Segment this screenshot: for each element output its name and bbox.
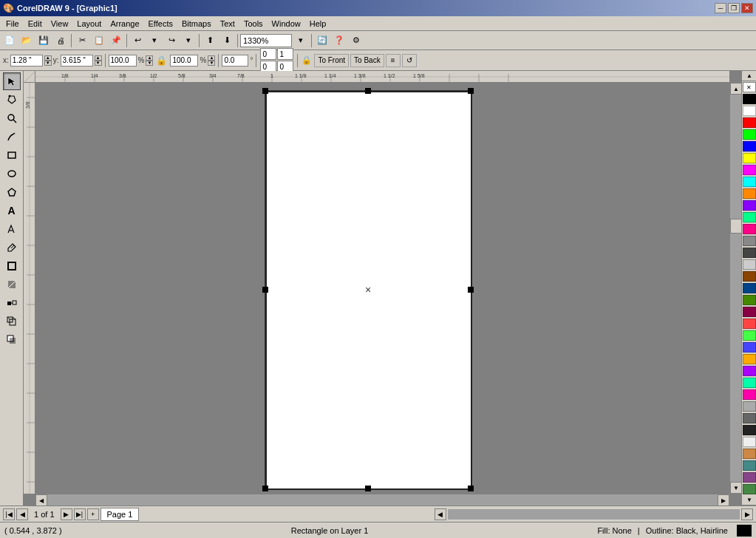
scroll-track-right-2[interactable] — [730, 234, 741, 482]
x-spin-up[interactable]: ▲ — [44, 55, 52, 61]
color-swatch-6[interactable] — [743, 165, 756, 175]
menu-effects[interactable]: Effects — [144, 18, 177, 30]
color-swatch-5[interactable] — [743, 153, 756, 163]
handle-bm[interactable] — [365, 486, 371, 491]
page-1-tab[interactable]: Page 1 — [101, 508, 140, 521]
hscroll-left[interactable]: ◀ — [435, 508, 446, 520]
restore-button[interactable]: ❐ — [728, 3, 740, 13]
refresh-button[interactable]: 🔄 — [314, 33, 330, 49]
y-input[interactable] — [61, 55, 93, 67]
shape-tool[interactable] — [3, 91, 21, 109]
color-swatch-29[interactable] — [743, 437, 756, 447]
color-swatch-20[interactable] — [743, 330, 756, 341]
x-input[interactable] — [10, 55, 43, 67]
scroll-left-button[interactable]: ◀ — [35, 494, 47, 505]
color-swatch-4[interactable] — [743, 141, 756, 151]
handle-ml[interactable] — [262, 287, 268, 293]
h-spin-up[interactable]: ▲ — [208, 55, 215, 61]
color-swatch-24[interactable] — [743, 378, 756, 388]
redo-dropdown[interactable]: ▾ — [180, 33, 197, 49]
color-swatch-32[interactable] — [743, 472, 756, 483]
color-swatch-18[interactable] — [743, 307, 756, 317]
polygon-tool[interactable] — [3, 183, 21, 201]
angle-input[interactable] — [222, 55, 248, 67]
prev-page-button[interactable]: ◀ — [16, 508, 28, 520]
to-back-button[interactable]: To Back — [350, 54, 384, 67]
y-spin-down[interactable]: ▼ — [95, 61, 102, 66]
interactive-tool[interactable] — [3, 276, 21, 293]
color-swatch-7[interactable] — [743, 177, 756, 187]
handle-br[interactable] — [468, 486, 474, 491]
undo-button[interactable]: ↩ — [129, 33, 146, 49]
color-swatch-17[interactable] — [743, 295, 756, 305]
palette-scroll-up[interactable]: ▲ — [742, 71, 756, 81]
menu-text[interactable]: Text — [216, 18, 239, 30]
color-swatch-3[interactable] — [743, 129, 756, 140]
palette-scroll-down[interactable]: ▼ — [742, 495, 756, 505]
menu-tools[interactable]: Tools — [239, 18, 268, 30]
hscroll-right[interactable]: ▶ — [741, 508, 753, 520]
scroll-down-button[interactable]: ▼ — [730, 482, 741, 494]
options-button[interactable]: ⚙ — [348, 33, 364, 49]
color-swatch-28[interactable] — [743, 425, 756, 435]
handle-tr[interactable] — [468, 88, 474, 94]
color-swatch-14[interactable] — [743, 259, 756, 270]
hscroll-thumb[interactable] — [448, 509, 740, 520]
color-swatch-31[interactable] — [743, 460, 756, 471]
color-swatch-27[interactable] — [743, 413, 756, 423]
scroll-thumb-right[interactable] — [730, 219, 741, 234]
scroll-up-button[interactable]: ▲ — [730, 83, 741, 95]
color-swatch-16[interactable] — [743, 283, 756, 293]
text-tool[interactable]: A — [3, 202, 21, 219]
color-swatch-30[interactable] — [743, 449, 756, 459]
redo-button[interactable]: ↪ — [163, 33, 180, 49]
close-button[interactable]: ✕ — [741, 3, 753, 13]
help-button[interactable]: ❓ — [331, 33, 347, 49]
color-swatch-33[interactable] — [743, 484, 756, 494]
copy-button[interactable]: 📋 — [91, 33, 107, 49]
color-swatch-13[interactable] — [743, 248, 756, 258]
arrange-icon-btn[interactable]: ≡ — [386, 54, 401, 67]
last-page-button[interactable]: ▶| — [74, 508, 86, 520]
handle-tm[interactable] — [365, 88, 371, 94]
menu-layout[interactable]: Layout — [72, 18, 106, 30]
zoom-tool[interactable] — [3, 109, 21, 127]
color-swatch-8[interactable] — [743, 188, 756, 199]
menu-file[interactable]: File — [1, 18, 24, 30]
handle-mr[interactable] — [468, 287, 474, 293]
rect-tool[interactable] — [3, 146, 21, 164]
color-swatch-19[interactable] — [743, 319, 756, 329]
paste-button[interactable]: 📌 — [108, 33, 124, 49]
undo-dropdown[interactable]: ▾ — [146, 33, 163, 49]
x-spin-down[interactable]: ▼ — [44, 61, 52, 66]
h-spin-down[interactable]: ▼ — [208, 61, 215, 66]
color-swatch-22[interactable] — [743, 354, 756, 364]
color-swatch-1[interactable] — [743, 106, 756, 116]
menu-bitmaps[interactable]: Bitmaps — [177, 18, 216, 30]
color-swatch-23[interactable] — [743, 366, 756, 376]
open-button[interactable]: 📂 — [18, 33, 35, 49]
cut-button[interactable]: ✂ — [74, 33, 90, 49]
menu-arrange[interactable]: Arrange — [106, 18, 143, 30]
new-button[interactable]: 📄 — [1, 33, 18, 49]
color-swatch-11[interactable] — [743, 224, 756, 234]
print-button[interactable]: 🖨 — [52, 33, 69, 49]
menu-edit[interactable]: Edit — [24, 18, 47, 30]
pos-x1[interactable] — [260, 48, 276, 60]
eyedropper-tool[interactable] — [3, 239, 21, 256]
color-swatch-21[interactable] — [743, 342, 756, 353]
color-swatch-15[interactable] — [743, 271, 756, 282]
first-page-button[interactable]: |◀ — [3, 508, 15, 520]
add-page-button[interactable]: + — [87, 508, 99, 520]
save-button[interactable]: 💾 — [35, 33, 52, 49]
transform-btn[interactable]: ↺ — [402, 54, 417, 67]
handle-bl[interactable] — [262, 486, 268, 491]
color-swatch-10[interactable] — [743, 212, 756, 222]
color-swatch-9[interactable] — [743, 200, 756, 211]
pos-x2[interactable] — [277, 48, 293, 60]
shadow-tool[interactable] — [3, 331, 21, 349]
h-input[interactable] — [170, 55, 198, 67]
next-page-button[interactable]: ▶ — [61, 508, 72, 520]
color-swatch-25[interactable] — [743, 389, 756, 400]
outline-tool[interactable] — [3, 257, 21, 275]
